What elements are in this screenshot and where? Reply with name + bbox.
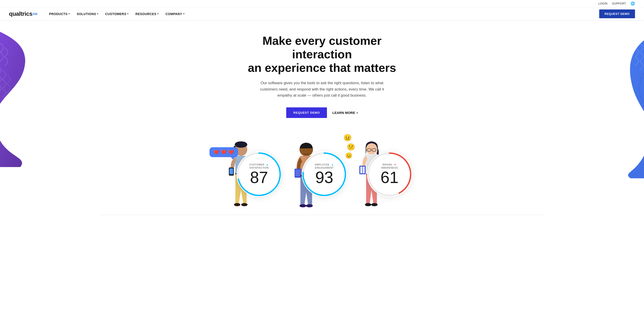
heart-icon-1: ❤️ [214, 150, 219, 155]
emoji-neutral-top: 😐 [340, 134, 355, 142]
person-engagement-group: EMPLOYEE ▲ ENGAGEMENT 93 [288, 138, 324, 215]
nav-item-solutions[interactable]: SOLUTIONS ▾ [74, 10, 101, 18]
hero-subtitle: Our software gives you the tools to ask … [252, 80, 392, 98]
request-demo-nav-button[interactable]: REQUEST DEMO [599, 10, 635, 18]
hero-learn-more-button[interactable]: LEARN MORE › [332, 110, 358, 115]
svg-point-28 [365, 203, 371, 206]
svg-point-7 [234, 203, 240, 206]
heart-icon-2: ❤️ [221, 150, 226, 155]
svg-point-16 [300, 204, 306, 207]
metric-satisfaction-content: CUSTOMER ▲ SATISFACTION 87 [249, 163, 269, 186]
svg-point-8 [241, 203, 248, 206]
metric-brand-awareness: BRAND ▼ AWARENESS 61 [367, 152, 412, 197]
nav-links: PRODUCTS ▾ SOLUTIONS ▾ CUSTOMERS ▾ RESOU… [46, 10, 599, 18]
ground-line [100, 215, 544, 215]
nav-right: REQUEST DEMO [599, 10, 635, 18]
hero-title: Make every customer interaction an exper… [243, 34, 401, 75]
metric-trend-up-1: ▲ [266, 163, 268, 166]
metric-trend-down: ▼ [394, 163, 396, 166]
nav-item-company[interactable]: COMPANY ▾ [163, 10, 188, 18]
hero-section: Make every customer interaction an exper… [0, 21, 644, 215]
svg-rect-13 [295, 170, 300, 176]
metric-trend-up-2: ▲ [331, 163, 334, 166]
heart-icon-3: ❤️ [228, 150, 234, 155]
emoji-cluster: 😐 😕 😐 [340, 134, 355, 159]
person-satisfaction-group: ❤️ ❤️ ❤️ [223, 138, 259, 215]
support-link[interactable]: SUPPORT [612, 2, 626, 5]
metric-brand-value: 61 [380, 169, 398, 185]
nav-item-products[interactable]: PRODUCTS ▾ [46, 10, 73, 18]
chevron-down-icon: ▾ [97, 12, 98, 15]
chevron-down-icon: ▾ [68, 12, 70, 15]
svg-rect-5 [230, 168, 233, 174]
metrics-illustrations: ❤️ ❤️ ❤️ [4, 132, 640, 215]
emoji-sad: 😕 [347, 143, 355, 151]
metric-engagement-content: EMPLOYEE ▲ ENGAGEMENT 93 [315, 163, 334, 186]
chevron-down-icon: ▾ [183, 12, 185, 15]
svg-point-17 [306, 204, 313, 207]
person-brand-group: 😐 😕 😐 [354, 138, 390, 215]
chat-bubble: ❤️ ❤️ ❤️ [210, 147, 238, 157]
globe-icon[interactable]: 🌐 [630, 1, 635, 6]
hero-request-demo-button[interactable]: REQUEST DEMO [286, 107, 327, 118]
nav-item-customers[interactable]: CUSTOMERS ▾ [102, 10, 132, 18]
logo-text: qualtrics [9, 10, 32, 17]
chevron-down-icon: ▾ [157, 12, 159, 15]
nav-item-resources[interactable]: RESOURCES ▾ [133, 10, 162, 18]
emoji-neutral-bottom: 😐 [342, 152, 355, 159]
top-bar: LOGIN SUPPORT 🌐 [0, 0, 644, 7]
login-link[interactable]: LOGIN [598, 2, 607, 5]
metric-engagement-value: 93 [315, 169, 334, 185]
metric-satisfaction-value: 87 [249, 169, 269, 185]
logo-xm: XM [33, 12, 37, 16]
hero-content: Make every customer interaction an exper… [4, 34, 640, 118]
hero-buttons: REQUEST DEMO LEARN MORE › [4, 107, 640, 118]
metric-brand-content: BRAND ▼ AWARENESS 61 [380, 163, 398, 186]
svg-point-29 [371, 203, 378, 206]
navbar: qualtricsXM PRODUCTS ▾ SOLUTIONS ▾ CUSTO… [0, 7, 644, 21]
chevron-down-icon: ▾ [127, 12, 129, 15]
metric-customer-satisfaction: CUSTOMER ▲ SATISFACTION 87 [236, 152, 282, 197]
svg-point-3 [235, 141, 247, 148]
arrow-right-icon: › [356, 110, 358, 115]
logo[interactable]: qualtricsXM [9, 10, 37, 17]
